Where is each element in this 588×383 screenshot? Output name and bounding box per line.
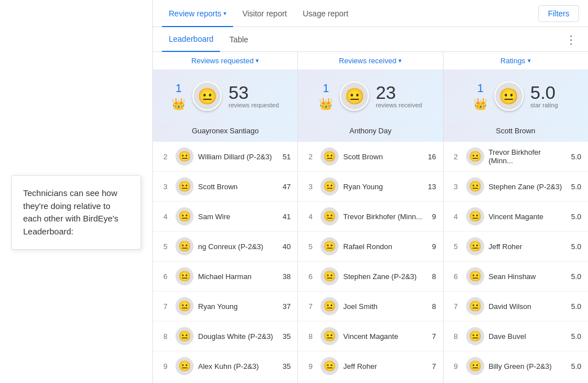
lb-column-reviews-received: Reviews received▾ 1 👑 😐 23 reviews recei… [298,52,443,383]
filters-button[interactable]: Filters [538,5,579,22]
top-avatar-icon-ratings: 😐 [499,87,519,106]
row-rank: 3 [160,182,171,191]
row-name: Ryan Young [198,302,278,311]
rank-number-ratings: 1 [477,82,484,95]
row-avatar-icon: 😐 [178,300,191,312]
col-header-label: Ratings [501,56,525,65]
row-score: 5.0 [571,362,581,371]
list-item: 2 😐 William Dillard (P-2&3) 51 [153,142,297,172]
list-item: 4 😐 Trevor Birkhofer (Minn... 9 [298,202,442,232]
row-score: 8 [432,272,436,281]
top-avatar-icon-reviews-requested: 😐 [198,87,217,106]
row-score: 5.0 [571,332,581,341]
row-rank: 9 [160,362,171,371]
row-name: William Dillard (P-2&3) [198,153,278,161]
more-options-icon[interactable]: ⋮ [563,31,579,49]
big-number-reviews-received: 23 [376,84,396,102]
row-name: Ryan Young [343,182,423,191]
nav-visitor-report[interactable]: Visitor report [235,0,293,27]
row-avatar: 😐 [175,237,194,255]
nav-usage-report-label: Usage report [302,9,348,18]
list-item: 5 😐 Rafael Rondon 9 [298,232,442,262]
sub-label-ratings: star rating [530,102,558,108]
list-item: 9 😐 Jeff Roher 7 [298,351,442,381]
row-avatar-icon: 😐 [178,210,191,223]
row-rank: 6 [450,272,462,281]
row-avatar: 😐 [175,177,194,195]
tooltip-text: Technicians can see how they're doing re… [23,188,119,236]
col-header-ratings[interactable]: Ratings▾ [444,52,588,70]
row-name: Stephen Zane (P-2&3) [343,272,427,281]
row-rank: 2 [305,153,316,161]
row-score: 5.0 [571,242,581,251]
row-score: 35 [283,332,291,341]
row-avatar-icon: 😐 [178,240,191,253]
top-name-reviews-received: Anthony Day [298,122,442,142]
row-score: 9 [432,242,436,251]
list-item: 6 😐 Stephen Zane (P-2&3) 8 [298,262,442,291]
row-score: 13 [428,182,436,191]
top-card-reviews-requested: 1 👑 😐 53 reviews requested [153,70,297,122]
row-score: 38 [283,272,291,281]
row-name: Rafael Rondon [343,242,427,251]
row-score: 40 [283,242,291,251]
col-header-reviews-requested[interactable]: Reviews requested▾ [153,52,297,70]
row-rank: 5 [160,242,171,251]
row-name: Vincent Magante [489,212,567,221]
list-item: 5 😐 Jeff Roher 5.0 [444,232,588,262]
row-score: 9 [432,212,436,221]
row-score: 47 [283,182,291,191]
list-item: 2 😐 Trevor Birkhofer (Minn... 5.0 [444,142,588,172]
list-item: 3 😐 Ryan Young 13 [298,172,442,202]
row-avatar: 😐 [175,297,194,315]
row-rank: 3 [305,182,316,191]
big-number-ratings: 5.0 [530,84,555,102]
row-score: 5.0 [571,272,581,281]
row-name: Scott Brown [198,182,278,191]
row-avatar: 😐 [321,207,339,225]
top-avatar-reviews-received: 😐 [340,81,369,111]
top-card-ratings: 1 👑 😐 5.0 star rating [444,70,588,122]
row-rank: 7 [450,302,462,311]
row-rank: 6 [305,272,316,281]
list-item: 8 😐 Douglas White (P-2&3) 35 [153,321,297,351]
col-header-reviews-received[interactable]: Reviews received▾ [298,52,442,70]
rank-number-reviews-requested: 1 [175,82,182,95]
row-avatar: 😐 [321,237,339,255]
top-name-ratings: Scott Brown [444,122,588,142]
row-avatar: 😐 [466,267,484,285]
list-item: 8 😐 Dave Buvel 5.0 [444,321,588,351]
nav-usage-report[interactable]: Usage report [296,0,355,27]
tab-table[interactable]: Table [222,27,254,52]
row-rank: 4 [450,212,462,221]
row-rank: 8 [160,332,171,341]
list-item: 3 😐 Stephen Zane (P-2&3) 5.0 [444,172,588,202]
sub-label-reviews-requested: reviews requested [229,102,279,108]
row-name: Joel Smith [343,302,427,311]
row-score: 37 [283,302,291,311]
col-header-label: Reviews received [339,56,397,65]
lb-list-reviews-received: 2 😐 Scott Brown 16 3 😐 Ryan Young 13 4 😐… [298,142,442,383]
top-card-reviews-received: 1 👑 😐 23 reviews received [298,70,442,122]
row-avatar: 😐 [321,147,339,166]
row-avatar-icon: 😐 [469,300,481,312]
row-avatar-icon: 😐 [323,270,336,282]
crown-icon-reviews-requested: 👑 [172,97,186,111]
row-name: Jeff Roher [489,242,567,251]
list-item: 7 😐 David Wilson 5.0 [444,291,588,321]
list-item: 6 😐 Sean Hinshaw 5.0 [444,262,588,291]
row-avatar: 😐 [466,177,484,195]
row-score: 5.0 [571,302,581,311]
nav-review-reports[interactable]: Review reports ▾ [162,0,233,27]
list-item: 3 😐 Scott Brown 47 [153,172,297,202]
tab-leaderboard[interactable]: Leaderboard [162,27,220,52]
list-item: 2 😐 Scott Brown 16 [298,142,442,172]
row-score: 7 [432,332,436,341]
top-avatar-reviews-requested: 😐 [192,81,222,111]
row-avatar-icon: 😐 [469,210,481,223]
row-avatar-icon: 😐 [323,330,336,342]
row-name: Alex Kuhn (P-2&3) [198,362,278,371]
row-rank: 8 [450,332,462,341]
sub-label-reviews-received: reviews received [376,102,422,108]
row-score: 5.0 [571,212,581,221]
